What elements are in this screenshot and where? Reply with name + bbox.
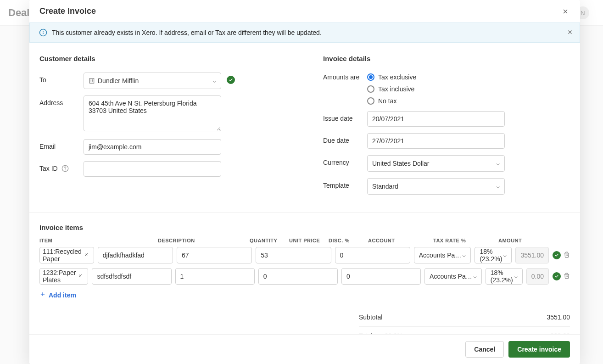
account-value: Accounts Pa… — [419, 252, 462, 259]
to-select[interactable]: Dundler Mifflin — [84, 73, 221, 89]
radio-icon — [367, 85, 374, 93]
modal-footer: Cancel Create invoice — [29, 334, 580, 364]
radio-label: Tax inclusive — [378, 85, 414, 93]
info-banner-text: This customer already exists in Xero. If… — [52, 29, 322, 36]
svg-point-2 — [43, 31, 44, 32]
tax-rate-select[interactable]: 18% (23.2%) — [486, 268, 523, 285]
item-value: 1232:Paper Plates — [43, 269, 76, 284]
item-select[interactable]: 111:Recycled Paper — [39, 247, 94, 263]
chevron-down-icon — [495, 184, 500, 189]
to-valid-icon — [227, 76, 235, 84]
account-select[interactable]: Accounts Pa… — [414, 247, 471, 263]
description-input[interactable] — [92, 268, 171, 285]
chevron-down-icon — [495, 161, 500, 166]
tax-rate-value: 18% (23.2%) — [491, 269, 513, 284]
chevron-down-icon — [461, 253, 466, 258]
account-value: Accounts Pa… — [430, 273, 472, 280]
address-label: Address — [39, 95, 84, 106]
confirm-row-button[interactable] — [553, 251, 561, 259]
delete-row-button[interactable] — [564, 252, 570, 259]
unit-price-input[interactable] — [258, 268, 338, 285]
delete-row-button[interactable] — [564, 273, 570, 280]
chevron-down-icon — [513, 274, 518, 279]
close-modal-button[interactable] — [561, 7, 570, 16]
unit-price-input[interactable] — [256, 247, 331, 263]
quantity-input[interactable] — [175, 268, 255, 285]
issue-date-input[interactable] — [367, 111, 505, 127]
modal-header: Create invoice — [29, 0, 580, 22]
customer-section-title: Customer details — [39, 55, 286, 62]
help-icon[interactable] — [61, 166, 69, 174]
amount-display: 0.00 — [526, 268, 549, 285]
description-input[interactable] — [98, 247, 173, 263]
header-unit-price: UNIT PRICE — [289, 238, 325, 243]
header-item: ITEM — [39, 238, 154, 243]
address-input[interactable]: 604 45th Ave N St. Petersburg Florida 33… — [84, 95, 221, 131]
chevron-down-icon — [472, 274, 477, 279]
info-icon — [39, 28, 47, 37]
due-date-input[interactable] — [367, 133, 505, 149]
to-value: Dundler Mifflin — [98, 77, 139, 84]
template-value: Standard — [372, 183, 398, 190]
template-select[interactable]: Standard — [367, 178, 505, 195]
radio-icon — [367, 73, 374, 81]
svg-rect-3 — [89, 78, 94, 84]
add-item-label: Add item — [49, 291, 76, 299]
create-invoice-modal: Create invoice This customer already exi… — [29, 0, 580, 364]
chevron-down-icon — [502, 253, 507, 258]
chevron-down-icon — [212, 78, 216, 83]
radio-icon — [367, 97, 374, 105]
subtotal-label: Subtotal — [359, 314, 382, 321]
item-select[interactable]: 1232:Paper Plates — [39, 268, 88, 285]
items-section-title: Invoice items — [39, 224, 570, 231]
header-description: DESCRIPTION — [158, 238, 246, 243]
svg-point-11 — [65, 170, 65, 170]
due-date-label: Due date — [323, 133, 367, 144]
email-input[interactable] — [84, 139, 221, 155]
header-amount: AMOUNT — [498, 238, 534, 243]
amounts-are-label: Amounts are — [323, 73, 367, 81]
email-label: Email — [39, 139, 84, 150]
discount-input[interactable] — [335, 247, 410, 263]
radio-label: Tax exclusive — [378, 73, 416, 81]
header-discount: DISC. % — [329, 238, 364, 243]
invoice-items-section: Invoice items ITEM DESCRIPTION QUANTITY … — [39, 224, 570, 334]
header-quantity: QUANTITY — [250, 238, 285, 243]
items-header-row: ITEM DESCRIPTION QUANTITY UNIT PRICE DIS… — [39, 238, 570, 243]
item-row: 111:Recycled Paper Accounts Pa… 18% (23.… — [39, 247, 570, 263]
issue-date-label: Issue date — [323, 111, 367, 122]
no-tax-radio[interactable]: No tax — [367, 97, 505, 105]
quantity-input[interactable] — [177, 247, 252, 263]
confirm-row-button[interactable] — [553, 272, 561, 280]
tax-exclusive-radio[interactable]: Tax exclusive — [367, 73, 505, 81]
template-label: Template — [323, 178, 367, 189]
tax-inclusive-radio[interactable]: Tax inclusive — [367, 85, 505, 93]
add-item-button[interactable]: Add item — [39, 291, 76, 299]
to-label: To — [39, 73, 84, 84]
cancel-button[interactable]: Cancel — [465, 341, 504, 358]
invoice-section-title: Invoice details — [323, 55, 570, 62]
dismiss-banner-button[interactable] — [567, 29, 573, 37]
clear-icon[interactable] — [82, 252, 91, 259]
discount-input[interactable] — [341, 268, 421, 285]
header-account: ACCOUNT — [368, 238, 430, 243]
tax-rate-select[interactable]: 18% (23.2%) — [475, 247, 512, 263]
tax-rate-value: 18% (23.2%) — [480, 248, 502, 263]
modal-title: Create invoice — [39, 6, 96, 16]
create-invoice-button[interactable]: Create invoice — [508, 341, 570, 358]
header-tax-rate: TAX RATE % — [433, 238, 495, 243]
clear-icon[interactable] — [76, 273, 85, 280]
item-row: 1232:Paper Plates Accounts Pa… 18% (23.2… — [39, 268, 570, 285]
account-select[interactable]: Accounts Pa… — [424, 268, 482, 285]
radio-label: No tax — [378, 97, 396, 105]
amount-display: 3551.00 — [515, 247, 549, 263]
customer-details-section: Customer details To Dundler Mifflin — [39, 55, 286, 201]
invoice-details-section: Invoice details Amounts are Tax exclusiv… — [323, 55, 570, 201]
tax-id-label: Tax ID — [39, 161, 84, 174]
company-icon — [89, 78, 95, 84]
item-value: 111:Recycled Paper — [43, 248, 82, 263]
tax-id-input[interactable] — [84, 161, 221, 177]
info-banner: This customer already exists in Xero. If… — [29, 22, 580, 43]
plus-icon — [39, 291, 46, 299]
currency-select[interactable]: United States Dollar — [367, 155, 505, 172]
